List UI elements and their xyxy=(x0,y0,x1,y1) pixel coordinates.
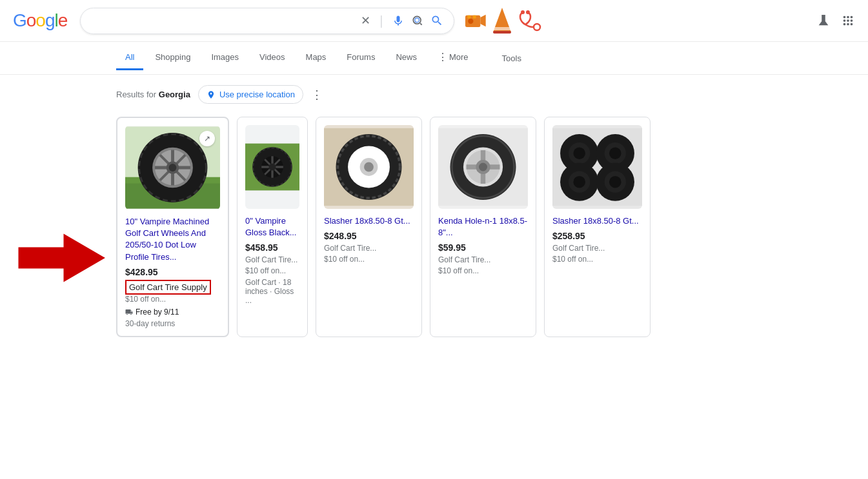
tire-image-3 xyxy=(324,125,414,209)
clear-icon[interactable]: ✕ xyxy=(361,14,370,28)
tab-news[interactable]: News xyxy=(387,46,426,70)
tab-all[interactable]: All xyxy=(116,46,143,70)
more-dots-icon: ⋮ xyxy=(438,51,448,63)
product-price-2: $458.95 xyxy=(245,242,299,253)
apps-icon[interactable] xyxy=(841,14,855,28)
product-price-5: $258.95 xyxy=(552,231,642,241)
tire-image-2 xyxy=(245,125,299,209)
arrow-annotation xyxy=(13,232,116,286)
product-discount-2: $10 off on... xyxy=(245,266,299,275)
svg-marker-3 xyxy=(481,15,486,26)
products-grid: ↗ xyxy=(116,117,752,337)
product-image-3 xyxy=(324,125,414,209)
festive-icons xyxy=(462,6,542,35)
svg-rect-6 xyxy=(473,15,476,19)
search-button[interactable] xyxy=(430,14,443,27)
svg-rect-8 xyxy=(493,27,511,30)
product-card-1[interactable]: ↗ xyxy=(116,117,229,337)
tab-forums[interactable]: Forums xyxy=(338,46,384,70)
product-price-4: $59.95 xyxy=(438,242,528,253)
svg-point-26 xyxy=(169,164,177,171)
top-right-icons xyxy=(816,14,855,28)
google-logo[interactable]: Google xyxy=(13,10,67,31)
tab-maps[interactable]: Maps xyxy=(297,46,336,70)
location-place: Georgia xyxy=(159,90,190,99)
product-image-1: ↗ xyxy=(125,126,220,210)
top-bar: Google golf cart tire ✕ | xyxy=(0,0,868,42)
svg-point-50 xyxy=(479,163,487,171)
search-box: golf cart tire ✕ | xyxy=(80,8,454,34)
returns-text-1: 30-day returns xyxy=(125,319,220,328)
product-extra-2: Golf Cart · 18 inches · Gloss ... xyxy=(245,278,299,305)
product-store-2: Golf Cart Tire... xyxy=(245,255,299,264)
tab-more[interactable]: ⋮ More xyxy=(429,44,478,72)
lens-search-icon[interactable] xyxy=(411,14,424,27)
product-image-4 xyxy=(438,125,528,209)
product-title-5: Slasher 18x8.50-8 Gt... xyxy=(552,215,642,227)
product-image-5 xyxy=(552,125,642,209)
delivery-icon xyxy=(125,308,133,316)
svg-point-35 xyxy=(268,163,276,170)
precise-location-button[interactable]: Use precise location xyxy=(198,85,303,104)
svg-point-1 xyxy=(415,18,419,23)
tab-images[interactable]: Images xyxy=(202,46,248,70)
product-discount-1: $10 off on... xyxy=(125,295,220,304)
product-card-5[interactable]: Slasher 18x8.50-8 Gt... $258.95 Golf Car… xyxy=(544,117,651,337)
share-icon[interactable]: ↗ xyxy=(199,131,215,146)
svg-point-4 xyxy=(468,19,473,24)
location-text: Results for Georgia xyxy=(116,90,190,99)
product-discount-3: $10 off on... xyxy=(324,255,414,264)
svg-point-60 xyxy=(573,176,585,188)
product-title-1: 10" Vampire Machined Golf Cart Wheels An… xyxy=(125,216,220,263)
more-options-button[interactable]: ⋮ xyxy=(311,88,323,102)
tab-videos[interactable]: Videos xyxy=(250,46,294,70)
product-card-2[interactable]: 0" Vampire Gloss Black... $458.95 Golf C… xyxy=(237,117,308,337)
product-image-2 xyxy=(245,125,299,209)
flask-icon[interactable] xyxy=(816,14,831,28)
svg-point-54 xyxy=(573,147,585,159)
svg-point-0 xyxy=(414,16,421,24)
svg-rect-5 xyxy=(468,15,471,19)
product-price-1: $428.95 xyxy=(125,267,220,277)
product-store-3: Golf Cart Tire... xyxy=(324,244,414,253)
search-input[interactable]: golf cart tire xyxy=(91,15,354,26)
tab-shopping[interactable]: Shopping xyxy=(146,46,199,70)
voice-search-icon[interactable] xyxy=(392,14,405,27)
product-discount-4: $10 off on... xyxy=(438,266,528,275)
tire-image-4 xyxy=(438,125,528,209)
product-title-2: 0" Vampire Gloss Black... xyxy=(245,215,299,239)
location-bar: Results for Georgia Use precise location… xyxy=(116,85,752,104)
svg-rect-9 xyxy=(493,31,511,34)
movie-camera-icon xyxy=(462,8,488,34)
product-card-3[interactable]: Slasher 18x8.50-8 Gt... $248.95 Golf Car… xyxy=(316,117,422,337)
nav-tabs: All Shopping Images Videos Maps Forums N… xyxy=(0,42,868,75)
tire-image-5 xyxy=(552,125,642,209)
product-title-4: Kenda Hole-n-1 18x8.5-8"... xyxy=(438,215,528,239)
svg-point-41 xyxy=(364,162,374,172)
main-content: Results for Georgia Use precise location… xyxy=(0,75,868,347)
delivery-text-1: Free by 9/11 xyxy=(136,308,179,317)
svg-point-57 xyxy=(609,147,621,159)
product-store-5: Golf Cart Tire... xyxy=(552,244,642,253)
stethoscope-icon xyxy=(516,8,542,34)
store-name-boxed: Golf Cart Tire Supply xyxy=(125,280,211,295)
product-discount-5: $10 off on... xyxy=(552,255,642,264)
tools-button[interactable]: Tools xyxy=(493,47,530,70)
svg-point-11 xyxy=(521,10,525,14)
product-title-3: Slasher 18x8.50-8 Gt... xyxy=(324,215,414,227)
svg-point-10 xyxy=(534,24,540,30)
divider: | xyxy=(379,14,383,28)
svg-point-12 xyxy=(526,10,530,14)
products-section: ↗ xyxy=(116,117,752,337)
svg-point-63 xyxy=(609,176,621,188)
product-store-4: Golf Cart Tire... xyxy=(438,255,528,264)
product-card-4[interactable]: Kenda Hole-n-1 18x8.5-8"... $59.95 Golf … xyxy=(430,117,536,337)
svg-marker-14 xyxy=(19,235,103,280)
more-label: More xyxy=(449,52,469,62)
traffic-cone-icon xyxy=(490,6,514,35)
precise-location-label: Use precise location xyxy=(219,90,295,99)
location-icon xyxy=(207,90,216,99)
product-delivery-1: Free by 9/11 xyxy=(125,308,220,317)
product-price-3: $248.95 xyxy=(324,231,414,241)
